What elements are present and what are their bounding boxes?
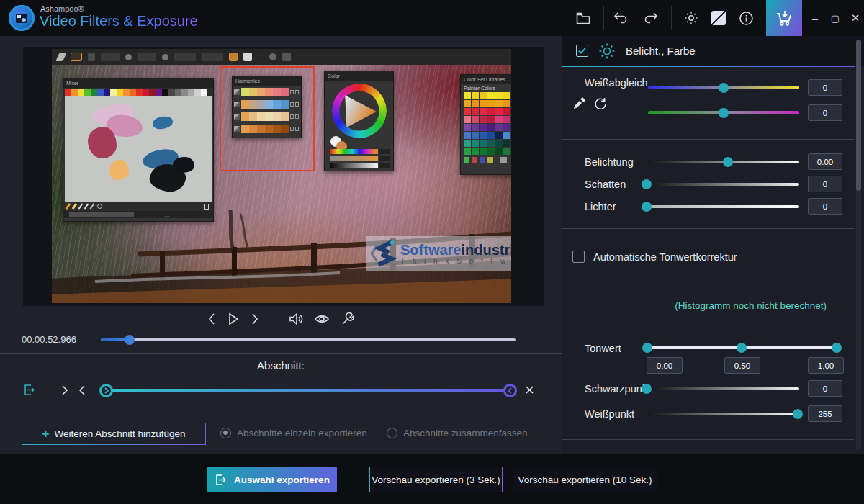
black-point-slider[interactable] [644, 387, 799, 390]
color-swatch [117, 89, 123, 96]
exposure-slider[interactable] [648, 161, 799, 163]
watermark: Softwareindustrie24 T h i n k S o f t w … [366, 236, 511, 271]
color-swatch [91, 89, 97, 96]
reset-white-balance-button[interactable] [593, 96, 607, 113]
section-end-set-button[interactable] [78, 384, 86, 399]
settings-gear-icon[interactable] [677, 0, 706, 36]
white-balance-temp-slider[interactable] [648, 86, 799, 89]
color-swatch [71, 89, 78, 96]
exposure-label: Belichtung [585, 156, 634, 168]
panel-scrollbar-thumb[interactable] [856, 40, 861, 191]
white-balance-tint-value[interactable] [808, 104, 842, 121]
section-end-handle[interactable] [503, 384, 517, 397]
preview-export-3s-button[interactable]: Vorschau exportieren (3 Sek.) [369, 467, 503, 492]
radio-merge-sections[interactable]: Abschnitte zusammenfassen [387, 428, 528, 438]
histogram-link[interactable]: (Histogramm noch nicht berechnet) [675, 300, 827, 311]
exposure-handle[interactable] [723, 157, 733, 167]
watermark-brand: Softwareindustrie24 [400, 243, 511, 257]
white-point-slider[interactable] [648, 413, 799, 415]
color-swatch [149, 89, 156, 96]
mixer-panel-title: Mixer [63, 78, 213, 88]
color-swatch [480, 108, 487, 115]
watermark-logo-icon [369, 239, 400, 268]
levels-low-value[interactable] [647, 357, 683, 374]
levels-low-handle[interactable] [642, 343, 652, 353]
color-swatch [503, 116, 510, 123]
white-point-value[interactable] [808, 405, 842, 422]
paint-blob [88, 127, 117, 158]
color-swatch [503, 108, 510, 115]
theme-notes-icon[interactable] [704, 0, 733, 36]
levels-slider[interactable] [644, 346, 839, 349]
white-balance-tint-slider[interactable] [648, 111, 799, 114]
color-swatch [175, 89, 181, 96]
panel-scrollbar[interactable] [856, 40, 861, 450]
color-swatch [495, 92, 503, 99]
volume-button[interactable] [289, 312, 303, 325]
section-export-icon[interactable] [23, 384, 35, 399]
divider [562, 439, 854, 440]
highlights-value[interactable] [808, 198, 842, 215]
auto-levels-checkbox[interactable] [572, 251, 585, 263]
white-balance-temp-handle[interactable] [719, 83, 729, 93]
levels-mid-value[interactable] [724, 357, 760, 374]
exposure-value[interactable] [808, 153, 842, 170]
color-swatch [130, 89, 136, 96]
saturation-bar [330, 156, 378, 161]
export-selection-button[interactable]: Auswahl exportieren [207, 467, 337, 492]
color-swatch [110, 89, 117, 96]
black-point-handle[interactable] [642, 384, 652, 394]
section-range-slider[interactable] [102, 389, 514, 392]
color-swatch [503, 140, 510, 147]
color-swatch [194, 89, 201, 96]
white-point-handle[interactable] [793, 409, 803, 419]
radio-selected-icon [220, 428, 231, 438]
color-swatch [156, 89, 162, 96]
previous-frame-button[interactable] [207, 312, 217, 325]
shadows-handle[interactable] [642, 179, 652, 189]
seek-handle[interactable] [125, 335, 135, 345]
section-start-handle[interactable] [99, 384, 113, 397]
tools-wrench-button[interactable] [341, 312, 355, 326]
highlights-handle[interactable] [642, 202, 652, 212]
section-start-set-button[interactable] [60, 384, 69, 399]
current-timestamp: 00:00:52.966 [22, 334, 76, 345]
color-panel: Color [324, 71, 394, 171]
seek-row: 00:00:52.966 [0, 331, 562, 350]
white-balance-temp-value[interactable] [808, 79, 842, 96]
levels-high-value[interactable] [808, 357, 844, 374]
close-button[interactable]: ✕ [841, 0, 864, 36]
panel-accent-underline [562, 66, 855, 67]
colorset-row [464, 100, 511, 108]
black-point-value[interactable] [808, 380, 842, 397]
check-icon [578, 48, 586, 54]
redo-button[interactable] [636, 0, 665, 36]
color-swatch [181, 89, 188, 96]
seek-slider[interactable] [101, 338, 516, 341]
color-swatch [162, 89, 168, 96]
color-swatch [472, 116, 479, 123]
shadows-value[interactable] [808, 176, 842, 192]
levels-mid-handle[interactable] [737, 343, 747, 353]
shop-cart-button[interactable] [766, 0, 802, 36]
next-frame-button[interactable] [250, 312, 260, 325]
selection-rectangle [220, 66, 315, 171]
colorset-row [464, 116, 511, 124]
highlights-slider[interactable] [644, 205, 799, 208]
levels-high-handle[interactable] [832, 343, 842, 353]
preview-eye-button[interactable] [314, 312, 330, 325]
play-button[interactable] [228, 312, 239, 325]
add-section-button[interactable]: + Weiteren Abschnitt hinzufügen [22, 423, 206, 445]
shadows-slider[interactable] [644, 183, 799, 186]
info-button[interactable] [732, 0, 760, 36]
preview-export-10s-button[interactable]: Vorschau exportieren (10 Sek.) [513, 467, 657, 492]
filter-enabled-checkbox[interactable] [576, 45, 588, 57]
white-balance-tint-handle[interactable] [719, 108, 729, 118]
value-bar [330, 163, 378, 168]
undo-button[interactable] [606, 0, 635, 36]
eyedropper-button[interactable] [572, 96, 586, 113]
section-remove-button[interactable] [525, 384, 534, 397]
color-swatch [168, 89, 175, 96]
radio-export-separately[interactable]: Abschnitte einzeln exportieren [220, 428, 367, 438]
open-folder-button[interactable] [569, 0, 598, 36]
